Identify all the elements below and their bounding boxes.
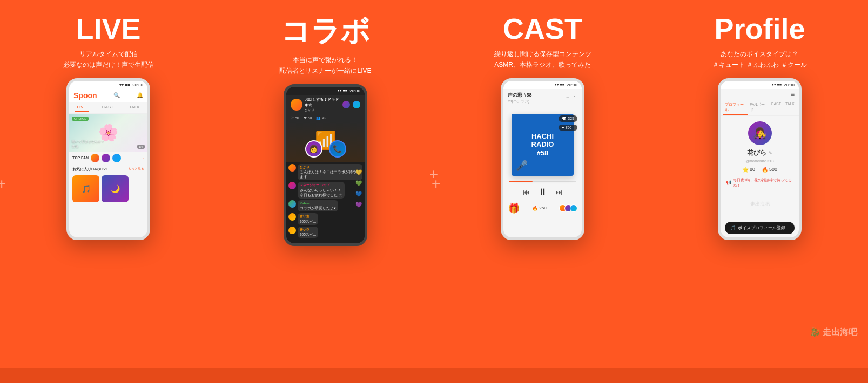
chat-avatar-2 [288,182,296,189]
profile-subtitle: あなたのボイスタイプは？ ＃キュート ＃ふわふわ ＃クール [712,49,807,71]
streamer-name: ひかり [305,108,340,113]
fav-item-2: 🌙 [102,175,129,202]
tab-talk-profile[interactable]: TALK [783,100,797,115]
section-collab: コラボ 本当に声で繋がれる！ 配信者とリスナーが一緒にLIVE ▾▾ ■■ 20… [217,0,434,368]
tab-live[interactable]: LIVE [75,104,88,112]
comment-icon: 💬 [562,117,567,121]
chat-name-1: ひかり [300,165,360,169]
playback-controls: ⏮ ⏸ ⏭ [503,184,582,201]
cast-title: CAST [503,12,582,45]
bio-icon: 📢 [726,180,731,185]
tab-profile[interactable]: プロフィール [723,100,748,115]
status-icons-cast: ▾▾ ■■ [555,83,564,87]
chat-bubble-1: ひかり こんばんは！今日はコラボが待やります [298,164,362,181]
star-stat: ⭐ 80 [742,167,755,173]
fav-img-2: 🌙 [102,175,129,202]
collab-user-circles: 👩 📞 [305,140,346,158]
like-count-badge: ♥ 350 [559,125,577,131]
phone-live-screen: ▾▾ ■■ 20:30 Spoon 🔍 🔔 LIVE CAST TALK [69,81,147,237]
gift-icon[interactable]: 🎁 [508,202,520,214]
collab-user-2 [353,101,360,108]
fan-avatar-2 [102,154,110,162]
menu-icon[interactable]: ≡ [791,91,795,98]
flame-stat: 🔥 500 [762,167,777,173]
wifi-icon: ▾▾ ■■ [119,83,130,87]
status-bar-collab: ▾▾ ■■ 20:30 [286,87,365,95]
profile-username: 花びら [747,148,766,158]
phone-cast-screen: ▾▾ ■■ 20:30 声の彩 #58 tel(ハチラジ) ≡ ⋮ [503,81,582,237]
fan-avatar-3 [112,154,121,162]
profile-avatar: 👩‍🎤 [748,121,772,145]
tab-cast[interactable]: CAST [100,104,116,112]
fav-section: お気に入りDJのLIVE もっと見る [69,165,147,174]
profile-nav-tabs: プロフィール FANボード CAST TALK [721,100,799,116]
collab-mini-avatars [342,101,360,108]
profile-avatar-section: 👩‍🎤 花びら ✎ @hanabira313 ⭐ 80 [721,116,799,176]
skip-fwd-btn[interactable]: ⏭ [555,188,563,196]
chat-bubble-5: 青い空 305スペ... [298,227,318,238]
phone-cast: ▾▾ ■■ 20:30 声の彩 #58 tel(ハチラジ) ≡ ⋮ [501,78,584,240]
tab-cast-profile[interactable]: CAST [769,100,783,115]
collab-user-1 [342,101,350,108]
list-icon[interactable]: ≡ [566,95,569,101]
profile-handle: @hanabira313 [745,159,774,163]
chat-bubble-3: Kaho~ コラボが承認したよ♥ [298,200,338,211]
progress-fill [509,181,533,182]
stream-title: お話しする？ドキドキ☆ [305,97,340,108]
cast-channel: tel(ハチラジ) [508,99,532,104]
spoon-logo: Spoon [73,91,97,100]
section-profile: Profile あなたのボイスタイプは？ ＃キュート ＃ふわふわ ＃クール ▾▾… [651,0,868,368]
flame-icon: 🔥 [762,167,768,173]
profile-name-row: 花びら ✎ [747,148,772,158]
chat-bubble-4: 青い空 305スペ... [298,213,318,224]
cast-stats-badges: 💬 329 ♥ 350 [559,115,577,131]
user-avatar-icon-2: 📞 [333,145,342,153]
avatar-emoji: 👩‍🎤 [753,127,766,140]
live-subtitle: リアルタイムで配信 必要なのは声だけ！声で生配信 [63,49,154,71]
wechat-watermark: 🐉 走出海吧 [810,327,857,338]
chat-msg-1: ひかり こんばんは！今日はコラボが待やります [288,164,362,181]
section-live: LIVE リアルタイムで配信 必要なのは声だけ！声で生配信 ▾▾ ■■ 20:3… [0,0,217,368]
listener-avatars [559,204,577,212]
live-hero-image: 🌸 CHOICE 聴いて行きませんか？空色 1/5 [69,114,147,152]
bell-icon[interactable]: 🔔 [137,92,143,98]
cast-album-container: HACHIRADIO#58 🎤 💬 329 ♥ [503,107,582,179]
chat-msg-5: 青い空 305スペ... [288,227,362,238]
user-circle-2: 📞 [329,140,346,158]
chat-name-4: 青い空 [300,214,316,218]
chat-name-2: マネージャー レッド [300,183,342,187]
viewer-count: 👥 42 [316,116,326,120]
more-link[interactable]: › [143,156,144,160]
profile-bio: 📢 毎日夜1時、花の雑談枠で待ってるね！ [721,176,799,190]
live-track-info: 聴いて行きませんか？空色 [72,139,104,149]
top-fan-section: TOP FAN › [69,152,147,165]
tab-talk[interactable]: TALK [127,104,142,112]
collab-visual: 📶 👩 📞 [286,121,365,162]
chat-name-3: Kaho~ [300,201,336,206]
phone-live: ▾▾ ■■ 20:30 Spoon 🔍 🔔 LIVE CAST TALK [66,78,150,240]
hearts-decoration: 💛💚💙💜 [355,167,362,210]
fav-label: お気に入りDJのLIVE [72,167,109,172]
phone-profile: ▾▾ ■■ 20:30 ≡ プロフィール FANボード CAST TALK [718,78,802,240]
phone-profile-screen: ▾▾ ■■ 20:30 ≡ プロフィール FANボード CAST TALK [721,81,799,237]
chat-msg-3: Kaho~ コラボが承認したよ♥ [288,200,362,211]
more-options-icon[interactable]: ⋮ [572,95,577,101]
more-see-link[interactable]: もっと見る [128,167,144,172]
edit-icon[interactable]: ✎ [769,151,772,155]
section-cast: CAST 繰り返し聞ける保存型コンテンツ ASMR、本格ラジオ、歌ってみた ▾▾… [434,0,651,368]
pause-btn[interactable]: ⏸ [538,187,548,198]
skip-back-btn[interactable]: ⏮ [523,188,530,196]
choice-badge: CHOICE [72,117,89,121]
search-icon[interactable]: 🔍 [113,92,120,98]
status-bar-cast: ▾▾ ■■ 20:30 [503,81,582,89]
star-icon: ⭐ [742,167,749,173]
status-bar-profile: ▾▾ ■■ 20:30 [721,81,799,89]
fav-items-row: 🎵 🌙 [69,174,147,203]
voice-profile-btn[interactable]: 🎵 ボイスプロフィール登録 [725,222,795,234]
listener-count: ♡ 50 [291,116,299,120]
chat-name-5: 青い空 [300,228,316,232]
streamer-avatar [291,99,302,111]
tab-fanboard[interactable]: FANボード [748,100,769,115]
bottom-bar [0,368,868,383]
cast-header-actions: ≡ ⋮ [566,95,577,101]
